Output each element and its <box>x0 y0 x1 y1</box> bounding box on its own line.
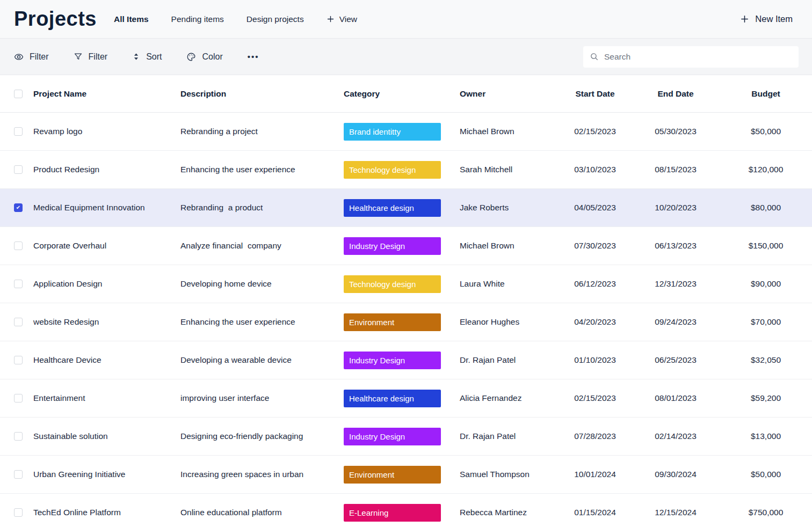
end-date-cell[interactable]: 10/20/2023 <box>632 203 720 213</box>
row-checkbox[interactable] <box>14 280 23 288</box>
row-checkbox[interactable] <box>14 318 23 326</box>
sort-button[interactable]: Sort <box>132 52 162 62</box>
new-item-button[interactable]: New Item <box>740 14 793 24</box>
description-cell[interactable]: Rebranding a product <box>180 203 344 213</box>
description-cell[interactable]: improving user interface <box>180 393 344 403</box>
project-name-cell[interactable]: Corporate Overhaul <box>33 241 180 251</box>
end-date-cell[interactable]: 09/24/2023 <box>632 317 720 327</box>
description-cell[interactable]: Enhancing the user experience <box>180 317 344 327</box>
filter-button[interactable]: Filter <box>74 52 108 62</box>
tab-add-view[interactable]: View <box>327 14 357 24</box>
select-all-checkbox[interactable] <box>14 90 23 98</box>
column-header-category[interactable]: Category <box>344 89 460 99</box>
end-date-cell[interactable]: 09/30/2024 <box>632 470 720 479</box>
category-badge[interactable]: Environment <box>344 313 441 331</box>
start-date-cell[interactable]: 06/12/2023 <box>559 279 632 289</box>
project-name-cell[interactable]: Entertainment <box>33 393 180 403</box>
description-cell[interactable]: Analyze financial company <box>180 241 344 251</box>
end-date-cell[interactable]: 12/31/2023 <box>632 279 720 289</box>
table-row[interactable]: Entertainment improving user interface H… <box>0 379 812 418</box>
end-date-cell[interactable]: 12/15/2024 <box>632 508 720 517</box>
start-date-cell[interactable]: 03/10/2023 <box>559 165 632 174</box>
start-date-cell[interactable]: 04/20/2023 <box>559 317 632 327</box>
start-date-cell[interactable]: 02/15/2023 <box>559 127 632 136</box>
end-date-cell[interactable]: 06/13/2023 <box>632 241 720 251</box>
category-badge[interactable]: E-Learning <box>344 504 441 522</box>
budget-cell[interactable]: $80,000 <box>720 203 812 213</box>
project-name-cell[interactable]: Application Design <box>33 279 180 289</box>
search-input[interactable] <box>604 52 792 62</box>
end-date-cell[interactable]: 06/25/2023 <box>632 355 720 365</box>
tab-design-projects[interactable]: Design projects <box>247 14 304 24</box>
row-checkbox[interactable] <box>14 508 23 517</box>
owner-cell[interactable]: Laura White <box>460 279 559 289</box>
table-row[interactable]: Product Redesign Enhancing the user expe… <box>0 151 812 189</box>
table-row[interactable]: Revamp logo Rebranding a project Brand i… <box>0 113 812 151</box>
column-header-end-date[interactable]: End Date <box>632 89 720 99</box>
budget-cell[interactable]: $50,000 <box>720 127 812 136</box>
row-checkbox[interactable] <box>14 470 23 479</box>
table-row[interactable]: Medical Equipment Innovation Rebranding … <box>0 189 812 227</box>
owner-cell[interactable]: Jake Roberts <box>460 203 559 213</box>
start-date-cell[interactable]: 10/01/2024 <box>559 470 632 479</box>
color-button[interactable]: Color <box>186 52 222 62</box>
owner-cell[interactable]: Sarah Mitchell <box>460 165 559 174</box>
description-cell[interactable]: Developing a wearable device <box>180 355 344 365</box>
description-cell[interactable]: Enhancing the user experience <box>180 165 344 174</box>
owner-cell[interactable]: Michael Brown <box>460 127 559 136</box>
budget-cell[interactable]: $50,000 <box>720 470 812 479</box>
budget-cell[interactable]: $150,000 <box>720 241 812 251</box>
budget-cell[interactable]: $750,000 <box>720 508 812 517</box>
project-name-cell[interactable]: Urban Greening Initiative <box>33 470 180 479</box>
start-date-cell[interactable]: 07/28/2023 <box>559 431 632 441</box>
category-badge[interactable]: Technology design <box>344 161 441 179</box>
owner-cell[interactable]: Samuel Thompson <box>460 470 559 479</box>
end-date-cell[interactable]: 08/15/2023 <box>632 165 720 174</box>
column-header-project-name[interactable]: Project Name <box>33 89 180 99</box>
budget-cell[interactable]: $90,000 <box>720 279 812 289</box>
search-box[interactable] <box>583 46 799 68</box>
row-checkbox[interactable] <box>14 165 23 174</box>
start-date-cell[interactable]: 01/10/2023 <box>559 355 632 365</box>
budget-cell[interactable]: $32,050 <box>720 355 812 365</box>
budget-cell[interactable]: $59,200 <box>720 393 812 403</box>
table-row[interactable]: Urban Greening Initiative Increasing gre… <box>0 456 812 494</box>
description-cell[interactable]: Online educational platform <box>180 508 344 517</box>
table-row[interactable]: Application Design Developing home devic… <box>0 265 812 303</box>
category-badge[interactable]: Industry Design <box>344 237 441 255</box>
column-header-budget[interactable]: Budget <box>720 89 812 99</box>
project-name-cell[interactable]: website Redesign <box>33 317 180 327</box>
tab-pending-items[interactable]: Pending items <box>171 14 224 24</box>
owner-cell[interactable]: Eleanor Hughes <box>460 317 559 327</box>
row-checkbox[interactable] <box>14 394 23 402</box>
category-badge[interactable]: Industry Design <box>344 428 441 445</box>
table-row[interactable]: Healthcare Device Developing a wearable … <box>0 341 812 379</box>
budget-cell[interactable]: $70,000 <box>720 317 812 327</box>
project-name-cell[interactable]: Revamp logo <box>33 127 180 136</box>
table-row[interactable]: Sustainable solution Designing eco-frien… <box>0 418 812 456</box>
category-badge[interactable]: Environment <box>344 466 441 484</box>
start-date-cell[interactable]: 07/30/2023 <box>559 241 632 251</box>
description-cell[interactable]: Designing eco-friendly packaging <box>180 431 344 441</box>
description-cell[interactable]: Increasing green spaces in urban <box>180 470 344 479</box>
description-cell[interactable]: Rebranding a project <box>180 127 344 136</box>
project-name-cell[interactable]: Medical Equipment Innovation <box>33 203 180 213</box>
column-header-description[interactable]: Description <box>180 89 344 99</box>
category-badge[interactable]: Industry Design <box>344 352 441 369</box>
hide-fields-button[interactable]: Filter <box>14 52 49 62</box>
owner-cell[interactable]: Dr. Rajan Patel <box>460 355 559 365</box>
category-badge[interactable]: Healthcare design <box>344 199 441 217</box>
end-date-cell[interactable]: 02/14/2023 <box>632 431 720 441</box>
column-header-owner[interactable]: Owner <box>460 89 559 99</box>
project-name-cell[interactable]: TechEd Online Platform <box>33 508 180 517</box>
row-checkbox[interactable] <box>14 432 23 441</box>
project-name-cell[interactable]: Healthcare Device <box>33 355 180 365</box>
category-badge[interactable]: Healthcare design <box>344 390 441 407</box>
owner-cell[interactable]: Dr. Rajan Patel <box>460 431 559 441</box>
description-cell[interactable]: Developing home device <box>180 279 344 289</box>
start-date-cell[interactable]: 01/15/2024 <box>559 508 632 517</box>
category-badge[interactable]: Brand identitty <box>344 123 441 141</box>
project-name-cell[interactable]: Product Redesign <box>33 165 180 174</box>
start-date-cell[interactable]: 04/05/2023 <box>559 203 632 213</box>
owner-cell[interactable]: Alicia Fernandez <box>460 393 559 403</box>
